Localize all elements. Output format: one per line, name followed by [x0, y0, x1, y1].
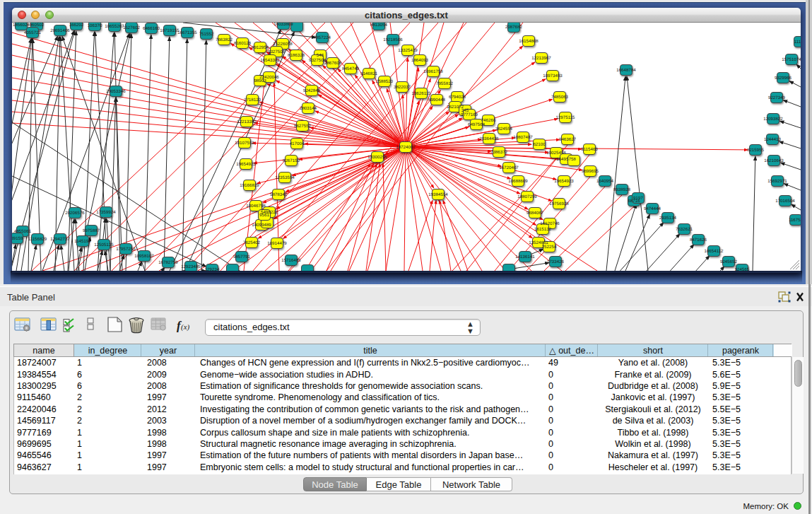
svg-text:13626115: 13626115: [411, 91, 431, 96]
svg-text:11172: 11172: [794, 40, 801, 45]
svg-text:6497568: 6497568: [468, 122, 486, 127]
svg-text:417004: 417004: [290, 141, 305, 146]
svg-text:1527602: 1527602: [123, 25, 141, 30]
svg-text:9242848: 9242848: [303, 88, 321, 93]
svg-text:12942737: 12942737: [50, 237, 70, 242]
svg-text:8454749: 8454749: [342, 66, 360, 71]
svg-text:9197: 9197: [633, 196, 643, 201]
svg-text:4855061: 4855061: [14, 229, 32, 234]
svg-text:6794028: 6794028: [449, 95, 466, 100]
svg-text:10654112: 10654112: [704, 249, 724, 254]
svg-text:14099489: 14099489: [252, 223, 271, 228]
svg-text:16033809: 16033809: [273, 23, 293, 27]
svg-text:19654923: 19654923: [236, 162, 256, 167]
svg-text:10719155: 10719155: [160, 28, 180, 33]
svg-text:22420046: 22420046: [259, 75, 279, 80]
svg-text:19166829: 19166829: [240, 183, 259, 188]
svg-text:9699695: 9699695: [582, 169, 599, 174]
svg-text:10046798: 10046798: [246, 204, 266, 209]
svg-text:12505135: 12505135: [94, 243, 114, 247]
svg-text:12213967: 12213967: [531, 56, 551, 61]
svg-text:9329966: 9329966: [775, 76, 792, 81]
svg-text:1244413: 1244413: [764, 137, 782, 142]
svg-text:3624554: 3624554: [495, 127, 513, 132]
svg-text:18807299: 18807299: [517, 194, 537, 199]
svg-text:8186328: 8186328: [288, 53, 305, 58]
svg-text:18724007: 18724007: [396, 145, 416, 150]
svg-text:9561: 9561: [259, 213, 269, 218]
svg-text:116753: 116753: [789, 218, 801, 223]
svg-text:16648784: 16648784: [616, 68, 636, 73]
svg-text:5878342: 5878342: [270, 192, 288, 197]
svg-text:10973493: 10973493: [543, 74, 563, 78]
svg-text:9115460: 9115460: [581, 147, 598, 152]
svg-text:15226058: 15226058: [273, 42, 293, 47]
svg-text:9327506: 9327506: [268, 49, 286, 54]
svg-text:9975887: 9975887: [83, 228, 100, 233]
svg-text:960502: 960502: [30, 23, 45, 28]
svg-text:7955812: 7955812: [436, 81, 454, 86]
svg-text:9777169: 9777169: [461, 112, 478, 117]
svg-text:751552: 751552: [199, 32, 214, 37]
svg-text:11156829: 11156829: [28, 237, 47, 242]
svg-text:12923485: 12923485: [181, 264, 201, 269]
svg-text:7625402: 7625402: [243, 240, 261, 245]
svg-text:8267150: 8267150: [283, 158, 300, 163]
svg-text:2803144: 2803144: [300, 106, 317, 111]
svg-text:20206576: 20206576: [65, 211, 85, 216]
svg-text:17359924: 17359924: [96, 210, 116, 215]
svg-text:19384554: 19384554: [428, 192, 448, 197]
svg-text:2087682: 2087682: [505, 25, 523, 30]
svg-text:9474444: 9474444: [644, 206, 661, 211]
svg-text:8813054: 8813054: [370, 23, 388, 28]
svg-text:15751074: 15751074: [782, 57, 801, 62]
svg-text:10025458: 10025458: [546, 151, 566, 156]
svg-text:10807487: 10807487: [513, 135, 533, 140]
svg-text:129234: 129234: [205, 267, 220, 271]
svg-text:16961758: 16961758: [423, 69, 443, 74]
svg-text:20364436: 20364436: [479, 136, 499, 141]
svg-text:7663822: 7663822: [216, 37, 233, 42]
svg-text:3822037: 3822037: [394, 85, 411, 90]
svg-text:19654923: 19654923: [554, 179, 574, 184]
svg-text:8215955: 8215955: [747, 148, 765, 153]
svg-text:16543382: 16543382: [260, 58, 280, 63]
svg-text:2935134: 2935134: [659, 216, 677, 221]
svg-text:8938928: 8938928: [613, 187, 631, 192]
svg-text:7485063: 7485063: [551, 95, 569, 100]
svg-text:924565: 924565: [735, 267, 750, 271]
svg-text:7857224: 7857224: [314, 35, 331, 40]
svg-text:9227349: 9227349: [768, 95, 786, 100]
svg-text:19218506: 19218506: [383, 37, 403, 42]
svg-text:1145194: 1145194: [74, 239, 91, 244]
svg-text:4055721: 4055721: [24, 30, 42, 35]
svg-text:1733426: 1733426: [547, 259, 565, 264]
svg-text:14136141: 14136141: [515, 255, 535, 259]
svg-text:1856024: 1856024: [13, 23, 30, 28]
svg-text:7632621: 7632621: [676, 227, 693, 232]
svg-text:12093822: 12093822: [763, 117, 783, 122]
svg-text:29053346: 29053346: [106, 89, 126, 94]
svg-text:8912954: 8912954: [252, 45, 269, 50]
svg-text:6466160: 6466160: [143, 26, 160, 31]
svg-text:17016504: 17016504: [775, 199, 795, 204]
svg-text:62100: 62100: [533, 142, 546, 147]
svg-text:12975115: 12975115: [555, 115, 575, 120]
svg-text:16495758: 16495758: [556, 157, 576, 162]
svg-text:16154808: 16154808: [519, 39, 539, 44]
svg-text:1864093: 1864093: [411, 58, 429, 63]
svg-text:252254: 252254: [542, 245, 557, 250]
svg-text:12213382: 12213382: [237, 119, 257, 124]
svg-text:9146821: 9146821: [360, 71, 378, 76]
svg-text:10107552: 10107552: [235, 141, 254, 146]
svg-text:2718120: 2718120: [244, 98, 261, 103]
svg-text:166202: 166202: [69, 23, 84, 28]
svg-text:8160128: 8160128: [234, 41, 252, 46]
svg-text:7386372: 7386372: [490, 150, 508, 155]
svg-text:10688609: 10688609: [508, 179, 528, 184]
svg-text:10655267: 10655267: [105, 24, 124, 29]
svg-text:1640954: 1640954: [596, 179, 614, 184]
svg-text:2588520: 2588520: [376, 79, 394, 84]
svg-text:8990448: 8990448: [428, 98, 446, 103]
svg-text:12353594: 12353594: [275, 175, 295, 180]
